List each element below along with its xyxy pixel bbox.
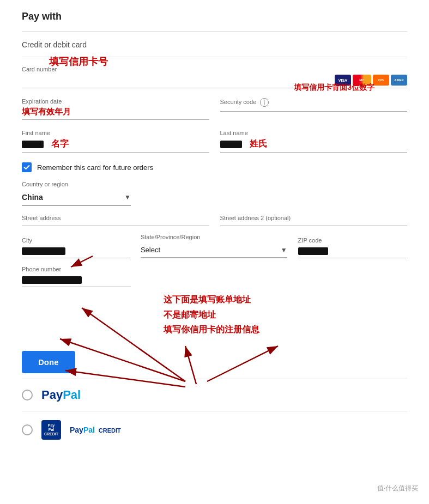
- paypal-icon-text-pay: Pay: [48, 423, 55, 428]
- zip-field[interactable]: [298, 246, 406, 258]
- payment-container: Pay with Credit or debit card 填写信用卡号 Car…: [0, 0, 429, 504]
- paypal-icon-text-credit: CREDIT: [44, 432, 58, 436]
- checkmark-icon: [23, 164, 30, 171]
- first-name-annotation: 名字: [51, 138, 69, 150]
- remember-card-checkbox[interactable]: [22, 162, 32, 172]
- done-button[interactable]: Done: [22, 351, 75, 373]
- amex-logo: AMEX: [391, 75, 407, 86]
- svg-line-5: [207, 346, 278, 381]
- state-dropdown[interactable]: Select ▼: [141, 242, 287, 258]
- billing-annotation-block: 这下面是填写账单地址 不是邮寄地址 填写你信用卡的注册信息: [164, 293, 407, 337]
- phone-group: Phone number: [22, 266, 407, 287]
- paypal-logo-icon: PayPal: [41, 388, 81, 402]
- phone-field[interactable]: [22, 275, 131, 287]
- phone-label: Phone number: [22, 266, 407, 272]
- discover-logo: DIS: [373, 75, 389, 86]
- phone-value-redacted: [22, 276, 82, 284]
- country-arrow-icon: ▼: [124, 193, 131, 201]
- last-name-field[interactable]: 姓氏: [220, 138, 408, 153]
- payment-method-label: Credit or debit card: [22, 40, 407, 49]
- security-info-icon[interactable]: i: [260, 98, 269, 107]
- street-address-group: Street address: [22, 215, 209, 226]
- paypal-option[interactable]: PayPal: [22, 379, 407, 411]
- remember-card-row[interactable]: Remember this card for future orders: [22, 162, 407, 172]
- state-label: State/Province/Region: [141, 234, 287, 240]
- first-name-redacted: [22, 141, 44, 148]
- last-name-annotation: 姓氏: [250, 138, 267, 150]
- billing-annotation-line1: 这下面是填写账单地址: [164, 293, 407, 307]
- street-address2-group: Street address 2 (optional): [220, 215, 408, 226]
- expiration-group: Expiration date 填写有效年月: [22, 98, 209, 120]
- last-name-label: Last name: [220, 130, 408, 136]
- billing-annotation-line2: 不是邮寄地址: [164, 308, 407, 322]
- watermark: 值·什么值得买: [377, 484, 418, 493]
- paypal-credit-label: PayPal CREDIT: [70, 426, 121, 434]
- state-group: State/Province/Region Select ▼: [141, 234, 287, 258]
- street-address2-label: Street address 2 (optional): [220, 215, 408, 221]
- svg-line-3: [60, 339, 185, 381]
- billing-annotation-line3: 填写你信用卡的注册信息: [164, 323, 407, 337]
- city-label: City: [22, 237, 130, 244]
- zip-group: ZIP code: [298, 237, 406, 258]
- city-value-redacted: [22, 247, 65, 255]
- zip-label: ZIP code: [298, 237, 406, 244]
- city-group: City Wilsonville: [22, 237, 130, 258]
- last-name-redacted: [220, 141, 242, 148]
- expiration-field[interactable]: 填写有效年月: [22, 107, 209, 120]
- paypal-icon-text-pal: Pal: [49, 428, 55, 432]
- street-address2-field[interactable]: [220, 223, 408, 226]
- first-name-field[interactable]: 名字: [22, 138, 209, 153]
- paypal-credit-option[interactable]: Pay Pal CREDIT PayPal CREDIT: [22, 411, 407, 448]
- paypal-credit-icon: Pay Pal CREDIT: [41, 420, 61, 440]
- city-field[interactable]: Wilsonville: [22, 246, 130, 258]
- street-address-label: Street address: [22, 215, 209, 221]
- security-field[interactable]: [220, 109, 408, 112]
- state-value: Select: [141, 246, 281, 254]
- country-value: China: [22, 193, 124, 202]
- country-label: Country or region: [22, 181, 407, 187]
- expiration-label: Expiration date: [22, 98, 209, 105]
- zip-value-redacted: [298, 247, 328, 255]
- paypal-radio[interactable]: [22, 390, 33, 400]
- security-group: Security code i: [220, 98, 408, 120]
- paypal-logo-wrapper: PayPal: [41, 388, 81, 402]
- page-title: Pay with: [22, 11, 407, 22]
- country-dropdown[interactable]: China ▼: [22, 190, 131, 206]
- street-address-field[interactable]: [22, 223, 209, 226]
- card-number-annotation: 填写信用卡号: [49, 55, 108, 68]
- security-annotation: 填写信用卡背面3位数字: [294, 83, 374, 93]
- first-name-group: First name 名字: [22, 130, 209, 153]
- last-name-group: Last name 姓氏: [220, 130, 408, 153]
- state-arrow-icon: ▼: [281, 246, 287, 254]
- expiration-annotation: 填写有效年月: [22, 107, 71, 116]
- remember-card-label: Remember this card for future orders: [37, 163, 153, 172]
- security-code-label: Security code i: [220, 98, 408, 107]
- first-name-label: First name: [22, 130, 209, 136]
- divider-top: [22, 31, 407, 32]
- paypal-credit-radio[interactable]: [22, 424, 33, 435]
